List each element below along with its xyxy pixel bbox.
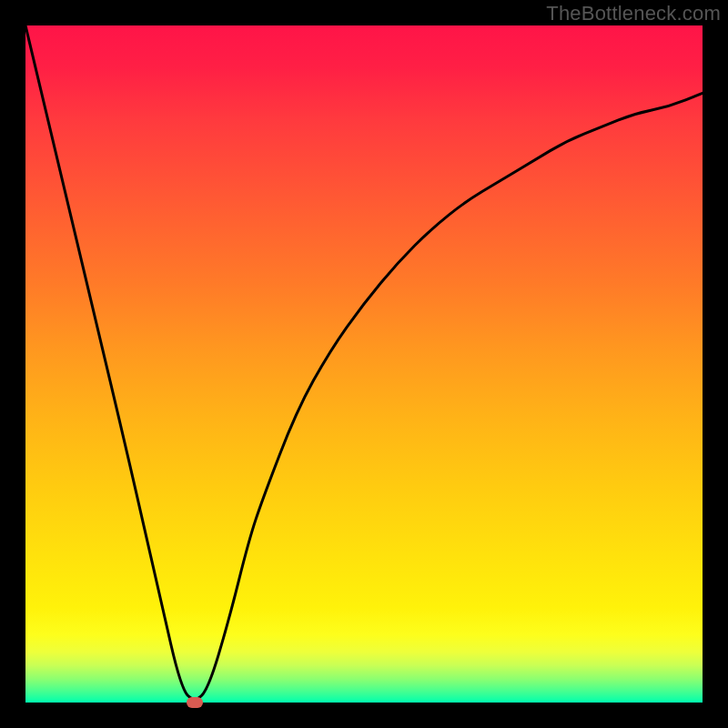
watermark-text: TheBottleneck.com	[546, 2, 721, 25]
chart-frame: TheBottleneck.com	[0, 0, 728, 728]
bottleneck-curve	[25, 25, 703, 699]
curve-svg	[25, 25, 703, 703]
optimum-marker	[187, 697, 203, 708]
plot-area	[25, 25, 703, 703]
